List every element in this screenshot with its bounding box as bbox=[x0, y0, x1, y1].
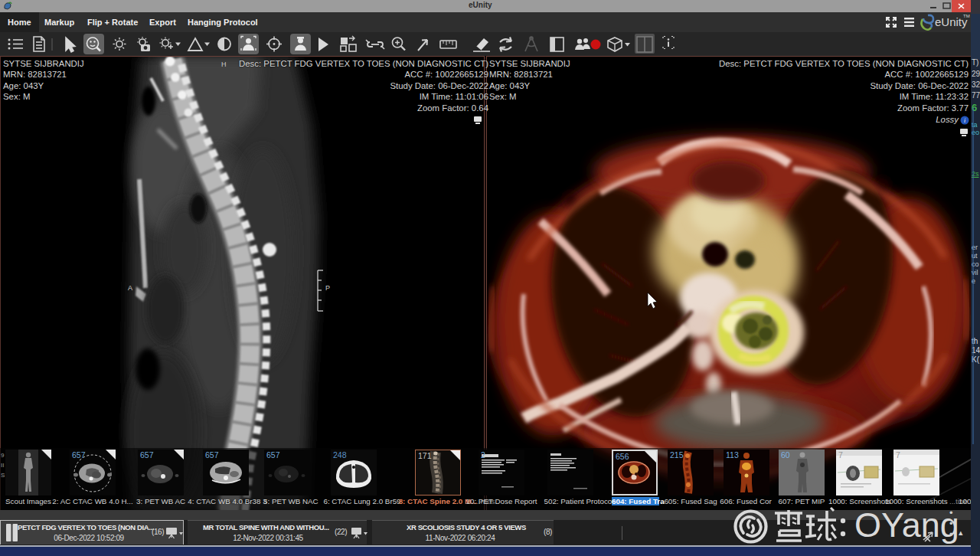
svg-text:H: H bbox=[221, 61, 227, 68]
svg-text:A: A bbox=[128, 284, 132, 292]
svg-text:P: P bbox=[325, 284, 330, 292]
svg-text:i: i bbox=[964, 117, 965, 124]
